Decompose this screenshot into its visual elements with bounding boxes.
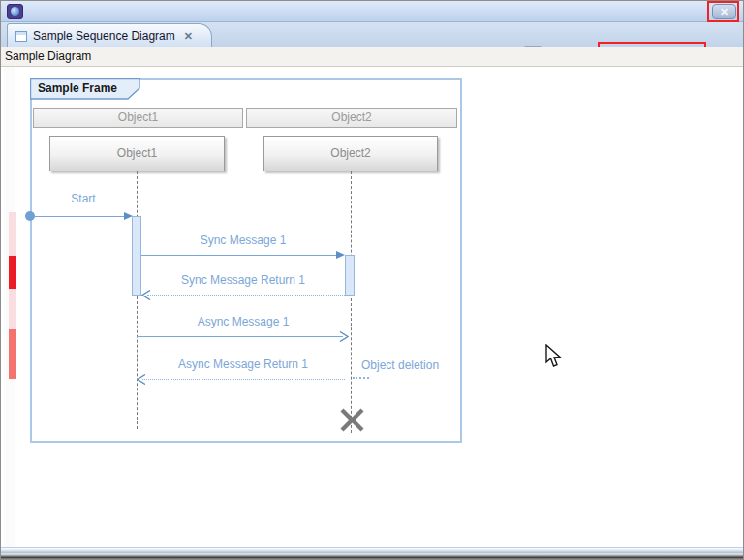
- destruction-x-icon[interactable]: [339, 407, 365, 433]
- mouse-cursor: [544, 344, 562, 368]
- message-line-sync-return1[interactable]: [147, 295, 345, 296]
- eclipse-logo-icon: [7, 4, 23, 19]
- message-label-sync-return1[interactable]: Sync Message Return 1: [146, 273, 340, 287]
- object-box-object2[interactable]: Object2: [264, 136, 438, 171]
- message-line-sync1[interactable]: [141, 255, 337, 256]
- breadcrumb: Sample Diagram: [1, 47, 743, 67]
- sequence-frame[interactable]: [30, 78, 462, 443]
- tab-close-icon[interactable]: ✕: [184, 30, 193, 43]
- message-label-start[interactable]: Start: [40, 192, 127, 205]
- arrowhead-async-return1: [137, 374, 146, 385]
- label-object-deletion[interactable]: Object deletion: [361, 358, 439, 372]
- arrowhead-async1: [339, 331, 349, 342]
- message-label-async1[interactable]: Async Message 1: [146, 315, 340, 328]
- arrowhead-sync1: [336, 251, 345, 259]
- arrowhead-sync-return1: [141, 290, 151, 300]
- lifeline-object2[interactable]: [351, 171, 352, 433]
- tab-sample-sequence-diagram[interactable]: Sample Sequence Diagram ✕: [7, 23, 212, 47]
- message-line-async1[interactable]: [137, 336, 343, 337]
- deletion-dotted-connector: [353, 377, 369, 379]
- editor-tab-bar: Sample Sequence Diagram ✕: [1, 22, 743, 47]
- object-box-object1[interactable]: Object1: [49, 136, 225, 171]
- tab-title: Sample Sequence Diagram: [33, 29, 175, 43]
- window-close-button[interactable]: ✕: [712, 4, 736, 19]
- message-line-async-return1[interactable]: [142, 379, 345, 380]
- message-label-sync1[interactable]: Sync Message 1: [146, 233, 340, 247]
- lifeline-header-object1[interactable]: Object1: [33, 108, 243, 128]
- application-window: ✕ Sample Sequence Diagram ✕: [0, 0, 744, 560]
- title-bar: ✕: [1, 1, 743, 22]
- activation-bar-object2[interactable]: [345, 255, 355, 296]
- frame-label: Sample Frame: [38, 81, 117, 95]
- diagram-canvas[interactable]: Sample Frame Object1 Object2 Object1 Obj…: [1, 67, 743, 549]
- diagram-file-icon: [16, 31, 27, 42]
- lifeline-object1[interactable]: [137, 171, 138, 429]
- window-bottom-edge: [1, 547, 743, 559]
- ruler-marker-salmon[interactable]: [9, 329, 16, 379]
- activation-bar-object1[interactable]: [132, 216, 141, 296]
- overview-ruler: [4, 67, 16, 549]
- ruler-marker-red[interactable]: [9, 256, 16, 289]
- lifeline-header-object2[interactable]: Object2: [246, 108, 457, 128]
- message-line-start[interactable]: [34, 216, 125, 217]
- message-label-async-return1[interactable]: Async Message Return 1: [146, 358, 340, 371]
